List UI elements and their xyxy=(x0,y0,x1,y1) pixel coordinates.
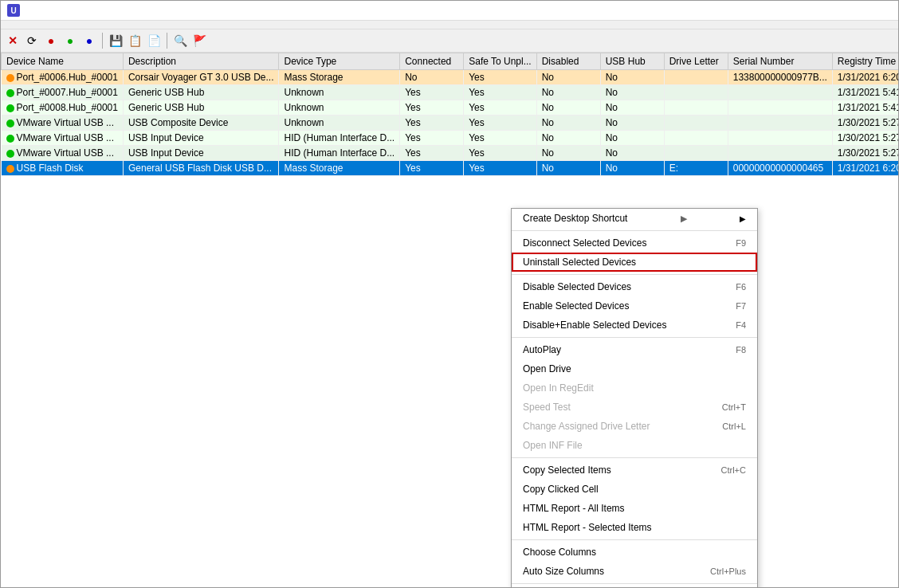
cell-type: Unknown xyxy=(279,85,400,100)
cell-type: Mass Storage xyxy=(279,70,400,85)
menu-help[interactable] xyxy=(55,22,68,27)
cell-drive: E: xyxy=(664,161,728,176)
toolbar-green-btn[interactable]: ● xyxy=(61,32,79,49)
cell-serial: 133800000000977B... xyxy=(728,70,832,85)
context-menu-item[interactable]: Disconnect Selected DevicesF9 xyxy=(512,233,757,253)
cell-safe: Yes xyxy=(464,116,537,131)
context-menu-item[interactable]: Disable+Enable Selected DevicesF4 xyxy=(512,316,757,335)
table-row[interactable]: Port_#0007.Hub_#0001 Generic USB Hub Unk… xyxy=(2,85,899,100)
col-device-type[interactable]: Device Type xyxy=(279,53,400,70)
cell-type: Mass Storage xyxy=(279,161,400,176)
title-bar: U xyxy=(1,1,898,21)
context-menu-item: Open In RegEdit xyxy=(512,378,757,398)
menu-file[interactable] xyxy=(4,22,17,27)
device-table: Device Name Description Device Type Conn… xyxy=(1,53,898,176)
cell-device-name: Port_#0006.Hub_#0001 xyxy=(2,70,124,85)
cell-disabled: No xyxy=(536,131,600,146)
toolbar-copy2-btn[interactable]: 📄 xyxy=(145,32,163,49)
cell-safe: Yes xyxy=(464,85,537,100)
cell-registry: 1/31/2021 5:41: xyxy=(832,100,898,116)
context-menu-item[interactable]: Choose Columns xyxy=(512,543,757,562)
context-menu-item[interactable]: Create Desktop Shortcut▶▶ xyxy=(512,209,757,228)
table-header-row: Device Name Description Device Type Conn… xyxy=(2,53,899,70)
context-menu-item[interactable]: Uninstall Selected Devices xyxy=(512,253,757,272)
context-menu-item-label: Disconnect Selected Devices xyxy=(523,237,646,249)
col-serial-number[interactable]: Serial Number xyxy=(728,53,832,70)
menu-edit[interactable] xyxy=(17,22,29,27)
table-row[interactable]: Port_#0006.Hub_#0001 Corsair Voyager GT … xyxy=(2,70,899,85)
cell-serial xyxy=(728,146,832,161)
cell-hub: No xyxy=(600,161,664,176)
col-drive-letter[interactable]: Drive Letter xyxy=(664,53,728,70)
table-row[interactable]: VMware Virtual USB ... USB Composite Dev… xyxy=(2,116,899,131)
col-device-name[interactable]: Device Name xyxy=(2,53,124,70)
context-menu-item-label: Auto Size Columns xyxy=(523,566,604,577)
context-menu-item[interactable]: Copy Clicked Cell xyxy=(512,480,757,499)
cell-drive xyxy=(664,146,728,161)
toolbar-blue-btn[interactable]: ● xyxy=(80,32,98,49)
toolbar-copy1-btn[interactable]: 📋 xyxy=(126,32,143,49)
menu-bar xyxy=(1,21,898,29)
context-menu-item[interactable]: Copy Selected ItemsCtrl+C xyxy=(512,461,757,480)
context-menu-separator xyxy=(512,337,757,338)
context-menu-item[interactable]: AutoPlayF8 xyxy=(512,340,757,359)
context-menu-item-label: Open In RegEdit xyxy=(523,382,594,394)
context-menu-shortcut: Ctrl+Plus xyxy=(710,566,746,576)
toolbar-red-btn[interactable]: ● xyxy=(42,32,60,49)
cell-registry: 1/30/2021 5:27: xyxy=(832,131,898,146)
cell-type: Unknown xyxy=(279,116,400,131)
cell-serial xyxy=(728,100,832,116)
context-menu-item[interactable]: Enable Selected DevicesF7 xyxy=(512,296,757,316)
cell-device-name: USB Flash Disk xyxy=(2,161,124,176)
cell-drive xyxy=(664,131,728,146)
table-row[interactable]: USB Flash Disk General USB Flash Disk US… xyxy=(2,161,899,176)
cell-connected: No xyxy=(400,70,464,85)
cell-serial: 00000000000000465 xyxy=(728,161,832,176)
cell-drive xyxy=(664,100,728,116)
col-safe-unplug[interactable]: Safe To Unpl... xyxy=(464,53,537,70)
table-row[interactable]: VMware Virtual USB ... USB Input Device … xyxy=(2,146,899,161)
context-menu-item: Change Assigned Drive LetterCtrl+L xyxy=(512,417,757,436)
cell-registry: 1/31/2021 5:41: xyxy=(832,85,898,100)
cell-safe: Yes xyxy=(464,70,537,85)
content-area: Device Name Description Device Type Conn… xyxy=(1,53,898,587)
col-description[interactable]: Description xyxy=(123,53,279,70)
toolbar-close-btn[interactable]: ✕ xyxy=(4,32,22,49)
context-menu-item[interactable]: Auto Size ColumnsCtrl+Plus xyxy=(512,562,757,581)
toolbar-save-btn[interactable]: 💾 xyxy=(107,32,124,49)
col-connected[interactable]: Connected xyxy=(400,53,464,70)
cell-safe: Yes xyxy=(464,100,537,116)
menu-options[interactable] xyxy=(42,22,55,27)
cell-disabled: No xyxy=(536,100,600,116)
cell-device-name: Port_#0007.Hub_#0001 xyxy=(2,85,124,100)
toolbar-search-btn[interactable]: 🔍 xyxy=(171,32,189,49)
context-menu-shortcut: Ctrl+L xyxy=(722,421,746,431)
toolbar-reconnect-btn[interactable]: ⟳ xyxy=(23,32,41,49)
cell-hub: No xyxy=(600,85,664,100)
cell-connected: Yes xyxy=(400,131,464,146)
menu-view[interactable] xyxy=(29,22,42,27)
context-menu-item[interactable]: HTML Report - Selected Items xyxy=(512,518,757,537)
col-disabled[interactable]: Disabled xyxy=(536,53,600,70)
cell-disabled: No xyxy=(536,161,600,176)
cell-drive xyxy=(664,85,728,100)
cell-disabled: No xyxy=(536,70,600,85)
context-menu-item[interactable]: Disable Selected DevicesF6 xyxy=(512,277,757,296)
context-menu-item[interactable]: HTML Report - All Items xyxy=(512,499,757,518)
context-menu-item[interactable]: Open Drive xyxy=(512,359,757,378)
col-usb-hub[interactable]: USB Hub xyxy=(600,53,664,70)
context-menu-item-label: Uninstall Selected Devices xyxy=(523,257,636,268)
context-menu-item-label: Enable Selected Devices xyxy=(523,300,629,312)
table-row[interactable]: Port_#0008.Hub_#0001 Generic USB Hub Unk… xyxy=(2,100,899,116)
context-menu-separator xyxy=(512,539,757,540)
context-menu-item: Open INF File xyxy=(512,436,757,455)
device-table-container[interactable]: Device Name Description Device Type Conn… xyxy=(1,53,898,587)
context-menu-separator xyxy=(512,457,757,458)
col-registry-time[interactable]: Registry Time T xyxy=(832,53,898,70)
context-menu-item-label: Choose Columns xyxy=(523,547,596,558)
toolbar-flag-btn[interactable]: 🚩 xyxy=(190,32,208,49)
cell-hub: No xyxy=(600,131,664,146)
table-row[interactable]: VMware Virtual USB ... USB Input Device … xyxy=(2,131,899,146)
context-menu-separator xyxy=(512,274,757,275)
context-menu-item-label: Copy Clicked Cell xyxy=(523,484,599,495)
